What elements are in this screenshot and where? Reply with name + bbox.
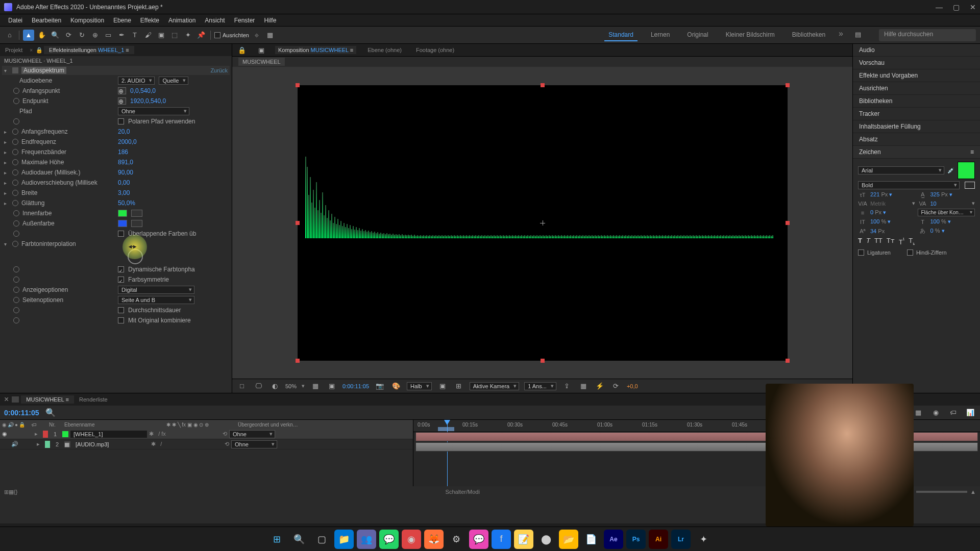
- resolution-dropdown[interactable]: Halb: [407, 382, 432, 390]
- whatsapp-icon[interactable]: 💬: [379, 530, 399, 549]
- pfad-dropdown[interactable]: Ohne: [118, 107, 189, 115]
- hscale-value[interactable]: 100 % ▾: [930, 218, 975, 225]
- durchschnitt-checkbox[interactable]: [118, 307, 124, 313]
- notes-icon[interactable]: 📝: [514, 530, 533, 549]
- stopwatch-icon[interactable]: [12, 190, 18, 196]
- stopwatch-icon[interactable]: [13, 277, 19, 283]
- italic-button[interactable]: T: [866, 237, 870, 246]
- ueberlappend-checkbox[interactable]: [118, 231, 124, 237]
- baender-value[interactable]: 186: [118, 148, 128, 156]
- lock-col-icon[interactable]: 🔒: [19, 422, 25, 428]
- fill-color-swatch[interactable]: [958, 162, 975, 179]
- eyedropper-icon[interactable]: [131, 220, 142, 227]
- exposure-icon[interactable]: ⟳: [610, 381, 622, 392]
- facebook-icon[interactable]: f: [492, 530, 511, 549]
- motion-blur-icon[interactable]: ◉: [930, 407, 941, 418]
- farbsymm-checkbox[interactable]: [118, 277, 124, 283]
- orbit-tool-icon[interactable]: ⟳: [63, 30, 74, 41]
- obs-icon[interactable]: ⬤: [536, 530, 556, 549]
- pen-tool-icon[interactable]: ✒: [116, 30, 127, 41]
- audioversch-value[interactable]: 0,00: [118, 179, 130, 186]
- search-icon[interactable]: 🔍: [289, 530, 309, 549]
- stopwatch-icon[interactable]: [12, 241, 18, 247]
- ligaturen-checkbox[interactable]: [858, 249, 864, 256]
- menu-datei[interactable]: Datei: [4, 16, 27, 25]
- workspace-klein[interactable]: Kleiner Bildschirm: [722, 29, 779, 41]
- timeline-tab-musicwheel[interactable]: MUSICWHEEL ≡: [21, 395, 74, 404]
- region-icon[interactable]: ▣: [326, 381, 337, 392]
- stroke-value[interactable]: 0 Px ▾: [870, 209, 915, 216]
- monitor-icon[interactable]: 🖵: [253, 381, 264, 392]
- panel-bibliotheken[interactable]: Bibliotheken: [853, 95, 980, 108]
- bold-button[interactable]: T: [858, 237, 862, 246]
- smallcaps-button[interactable]: Tᴛ: [887, 237, 895, 246]
- rotate-tool-icon[interactable]: ↻: [76, 30, 87, 41]
- anchor-tool-icon[interactable]: ⊕: [89, 30, 101, 41]
- polaren-checkbox[interactable]: [118, 118, 124, 124]
- minimize-button[interactable]: —: [936, 3, 943, 11]
- stopwatch-icon[interactable]: [12, 149, 18, 155]
- comp-tab-komposition[interactable]: Komposition MUSICWHEEL ≡: [275, 46, 356, 54]
- lock-icon[interactable]: 🔒: [236, 44, 248, 56]
- exposure-value[interactable]: +0,0: [627, 383, 638, 389]
- menu-effekte[interactable]: Effekte: [136, 16, 163, 25]
- start-icon[interactable]: ⊞: [267, 530, 286, 549]
- viewer-timecode[interactable]: 0:00:11:05: [342, 383, 369, 389]
- workspace-original[interactable]: Original: [683, 29, 712, 41]
- stopwatch-icon[interactable]: [13, 287, 19, 293]
- subscript-button[interactable]: T₁: [909, 237, 915, 246]
- panel-tracker[interactable]: Tracker: [853, 108, 980, 120]
- menu-animation[interactable]: Animation: [164, 16, 200, 25]
- toggle-modes-icon[interactable]: ▦: [9, 489, 14, 495]
- graph-editor-icon[interactable]: 📊: [965, 407, 976, 418]
- stopwatch-icon[interactable]: [13, 98, 19, 104]
- menu-fenster[interactable]: Fenster: [230, 16, 259, 25]
- res-icon[interactable]: ▦: [310, 381, 321, 392]
- endpunkt-value[interactable]: 1920,0,540,0: [130, 97, 166, 105]
- comp-tab-footage[interactable]: Footage (ohne): [413, 46, 457, 54]
- workspace-lernen[interactable]: Lernen: [647, 29, 674, 41]
- panel-zeichen[interactable]: Zeichen≡: [853, 146, 980, 159]
- maximize-button[interactable]: ▢: [953, 3, 960, 11]
- align-checkbox[interactable]: [214, 32, 220, 38]
- roto-tool-icon[interactable]: ✦: [182, 30, 193, 41]
- quelle-dropdown[interactable]: Quelle: [159, 77, 188, 85]
- grid-icon[interactable]: ⊞: [453, 381, 464, 392]
- camera-dropdown[interactable]: Aktive Kamera: [470, 382, 520, 390]
- eyedropper-icon[interactable]: 💉: [947, 167, 954, 174]
- stopwatch-icon[interactable]: [13, 220, 19, 227]
- close-button[interactable]: ✕: [970, 3, 976, 11]
- panel-ausrichten[interactable]: Ausrichten: [853, 82, 980, 95]
- timeline-tab-render[interactable]: Renderliste: [74, 395, 113, 404]
- hindi-checkbox[interactable]: [907, 249, 913, 256]
- shape-tool-icon[interactable]: ▭: [103, 30, 114, 41]
- frame-blend-icon[interactable]: ▦: [913, 407, 924, 418]
- toggle-icon[interactable]: ▣: [437, 381, 448, 392]
- search-layer-icon[interactable]: 🔍: [45, 408, 56, 417]
- baseline-value[interactable]: 34 Px: [870, 228, 915, 234]
- layer-row-2[interactable]: 🔊 ▸ 2 ▦ [AUDIO.mp3] ✱ / ⟲ Ohne: [0, 439, 413, 449]
- stopwatch-icon[interactable]: [13, 297, 19, 303]
- pixel-icon[interactable]: ▦: [578, 381, 589, 392]
- views-dropdown[interactable]: 1 Ans...: [524, 382, 556, 390]
- workspace-standard[interactable]: Standard: [604, 29, 638, 41]
- panel-absatz[interactable]: Absatz: [853, 133, 980, 146]
- stopwatch-icon[interactable]: [13, 88, 19, 94]
- kerning-value[interactable]: Metrik: [870, 201, 909, 207]
- endfreq-value[interactable]: 2000,0: [118, 138, 137, 145]
- hue-wheel[interactable]: [128, 249, 143, 264]
- zoom-value[interactable]: 50%: [285, 383, 297, 389]
- stroke-color-swatch[interactable]: [965, 182, 975, 189]
- playhead[interactable]: [447, 420, 448, 486]
- aftereffects-icon[interactable]: Ae: [604, 530, 623, 549]
- menu-bearbeiten[interactable]: Bearbeiten: [28, 16, 65, 25]
- parent-dropdown-1[interactable]: Ohne: [229, 430, 275, 438]
- snap-icon[interactable]: ⟐: [251, 30, 262, 41]
- app3-icon[interactable]: ✦: [694, 530, 713, 549]
- tracking-value[interactable]: 10: [930, 201, 969, 207]
- layer-row-1[interactable]: ◉ ▸ 1 [WHEEL_1] ✱ / fx ⟲ Ohne: [0, 429, 413, 439]
- photoshop-icon[interactable]: Ps: [626, 530, 646, 549]
- comp-tab-ebene[interactable]: Ebene (ohne): [364, 46, 405, 54]
- speaker-col-icon[interactable]: 🔊: [8, 422, 14, 428]
- files-icon[interactable]: 📂: [559, 530, 578, 549]
